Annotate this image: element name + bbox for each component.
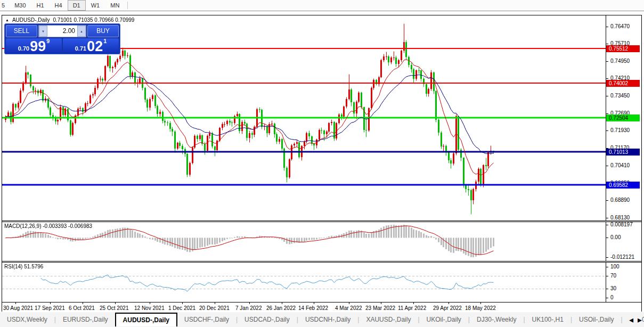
tab-usdchf-daily[interactable]: USDCHF-,Daily [177, 313, 236, 326]
time-tick-mark [314, 303, 314, 304]
price-tick-mark [606, 130, 608, 131]
rsi-tick-label: 100 [610, 264, 619, 269]
price-tick-label: 0.74950 [610, 58, 630, 64]
buy-price-pipette: 1 [103, 38, 107, 44]
tab-eurusd-daily[interactable]: EURUSD-,Daily [56, 313, 115, 326]
time-tick-label: 20 Dec 2021 [199, 305, 230, 311]
time-tick-mark [381, 303, 381, 304]
tab-scroll-right-icon[interactable]: ▸ [638, 315, 642, 325]
time-tick-label: 18 May 2022 [465, 305, 496, 311]
rsi-tick-mark [606, 276, 608, 276]
tab-usdx-weekly[interactable]: USDX,Weekly [0, 313, 54, 326]
rsi-title: RSI(14) 51.5796 [4, 264, 43, 269]
time-tick-mark [449, 303, 449, 304]
time-tick-label: 14 Feb 2022 [298, 305, 328, 311]
timeframe-toolbar: 5M30H1H4D1W1MN [0, 0, 644, 11]
price-tick-label: 0.71930 [610, 127, 630, 133]
time-tick-label: 1 Dec 2021 [168, 305, 195, 311]
macd-tick-label: 0.00 [610, 234, 621, 240]
tab-usdcad-daily[interactable]: USDCAD-,Daily [238, 313, 297, 326]
price-tick-mark [606, 78, 608, 79]
timeframe-button-d1[interactable]: D1 [68, 0, 86, 11]
rsi-plot[interactable]: RSI(14) 51.5796 [2, 263, 606, 302]
macd-tick-label: -0.012121 [610, 254, 634, 260]
price-tick-mark [606, 96, 608, 96]
time-tick-mark [83, 303, 83, 304]
time-tick-mark [15, 303, 16, 304]
timeframe-button-m30[interactable]: M30 [9, 0, 31, 11]
macd-title: MACD(12,26,9) -0.003393 -0.006983 [4, 223, 92, 229]
price-tick-label: 0.76470 [610, 23, 630, 29]
time-tick-label: 30 Aug 2021 [3, 305, 33, 311]
chart-title: ▲ AUDUSD-,Daily 0.71001 0.71035 0.70966 … [5, 17, 134, 23]
rsi-tick-label: 0 [610, 295, 614, 300]
price-tick-mark [606, 27, 608, 27]
toolbar-separator [127, 2, 128, 9]
buy-price-big: 02 [87, 40, 103, 53]
tab-usoil-daily[interactable]: USOil-,Daily [572, 313, 621, 326]
tab-ukoil-daily[interactable]: UKOil-,Daily [420, 313, 468, 326]
time-tick-mark [249, 303, 250, 304]
timeframe-button-h4[interactable]: H4 [50, 0, 68, 11]
timeframe-button-h1[interactable]: H1 [31, 0, 50, 11]
timeframe-button-w1[interactable]: W1 [86, 0, 105, 11]
macd-axis: 0.0081970.00-0.012121 [606, 222, 641, 261]
collapse-icon[interactable]: ▲ [5, 18, 9, 23]
time-tick-label: 25 Oct 2021 [100, 305, 128, 311]
time-tick-label: 23 Mar 2022 [365, 305, 395, 311]
rsi-tick-mark [606, 298, 608, 298]
tab-scroll-controls: ◂▸ [626, 312, 642, 327]
time-tick-label: 4 Mar 2022 [335, 305, 362, 311]
time-tick-label: 12 Nov 2021 [134, 305, 165, 311]
time-tick-label: 7 Jan 2022 [235, 305, 262, 311]
tab-xauusd-daily[interactable]: XAUUSD-,Daily [359, 313, 418, 326]
tab-usdcnh-daily[interactable]: USDCNH-,Daily [298, 313, 357, 326]
macd-tick-mark [606, 238, 608, 238]
macd-canvas[interactable] [2, 222, 606, 261]
time-tick-label: 17 Sep 2021 [35, 305, 65, 311]
rsi-tick-mark [606, 289, 608, 289]
volume-up-icon[interactable]: ▲ [77, 26, 86, 37]
time-tick-mark [480, 303, 481, 304]
buy-button[interactable]: BUY [87, 25, 119, 37]
buy-price-prefix: 0.71 [75, 45, 86, 53]
price-tick-label: 0.70410 [610, 162, 630, 168]
time-tick-mark [413, 303, 414, 304]
price-level-badge: 0.72504 [606, 115, 640, 121]
time-tick-label: 29 Apr 2022 [433, 305, 462, 311]
tab-audusd-daily[interactable]: AUDUSD-,Daily [115, 313, 177, 326]
rsi-tick-label: 30 [610, 285, 616, 291]
sell-button[interactable]: SELL [6, 25, 37, 37]
time-tick-mark [215, 303, 215, 304]
price-tick-mark [606, 113, 608, 114]
time-tick-label: 26 Jan 2022 [266, 305, 296, 311]
time-axis[interactable]: 30 Aug 202117 Sep 20216 Oct 202125 Oct 2… [2, 303, 641, 313]
tab-scroll-left-icon[interactable]: ◂ [629, 315, 633, 325]
price-tick-mark [606, 218, 608, 218]
price-tick-label: 0.68130 [610, 215, 630, 220]
rsi-canvas[interactable] [2, 263, 606, 302]
macd-tick-mark [606, 225, 608, 225]
sell-price-display[interactable]: 0.70 99 9 [6, 38, 62, 54]
tab-dj30-weekly[interactable]: DJ30-,Weekly [470, 313, 523, 326]
buy-price-display[interactable]: 0.71 02 1 [63, 38, 119, 54]
macd-tick-mark [606, 257, 608, 258]
sell-price-prefix: 0.70 [18, 45, 29, 53]
price-tick-label: 0.68890 [610, 197, 630, 203]
macd-tick-label: 0.008197 [610, 222, 633, 227]
time-tick-mark [50, 303, 51, 304]
volume-value[interactable]: 2.00 [47, 26, 77, 37]
volume-down-icon[interactable]: ▼ [39, 26, 47, 37]
volume-stepper: ▼ 2.00 ▲ [38, 25, 86, 37]
price-plot[interactable]: ▲ AUDUSD-,Daily 0.71001 0.71035 0.70966 … [2, 15, 606, 220]
time-tick-label: 6 Oct 2021 [69, 305, 95, 311]
timeframe-button-mn[interactable]: MN [105, 0, 125, 11]
chart-ohlc-values: 0.71001 0.71035 0.70966 0.70999 [53, 17, 135, 23]
macd-plot[interactable]: MACD(12,26,9) -0.003393 -0.006983 [2, 222, 606, 261]
time-tick-mark [150, 303, 150, 304]
tab-uk100-h1[interactable]: UK100-,H1 [525, 313, 570, 326]
timeframe-button-5[interactable]: 5 [0, 0, 9, 11]
price-tick-mark [606, 44, 608, 44]
sell-price-pipette: 9 [46, 38, 50, 44]
price-axis[interactable]: 0.764700.757100.749500.742100.734500.726… [606, 15, 641, 220]
